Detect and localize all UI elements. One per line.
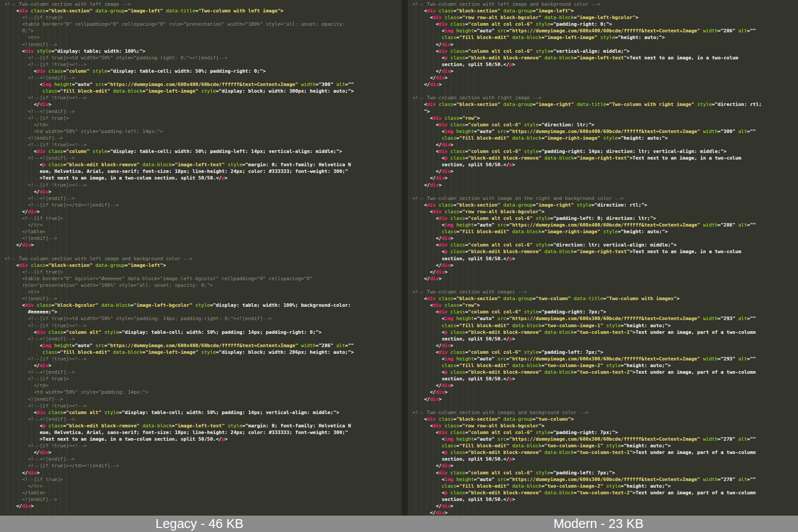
code-line: <p class="block-edit block-remove" data-…: [412, 155, 798, 161]
code-line: </div>: [412, 182, 798, 188]
code-line: <!-- Two-column section with image on th…: [412, 195, 798, 202]
code-line: <!--<![endif]-->: [4, 336, 402, 342]
code-line: <p class="block-edit block-remove" data-…: [412, 489, 798, 496]
code-line: <div class="column col col-6" style="pad…: [412, 148, 798, 155]
code-line: <div class="column alt col col-6" style=…: [412, 242, 798, 248]
code-line: <!-- Two-column section with left image …: [4, 255, 402, 262]
code-line: <div class="column" style="display: tabl…: [4, 68, 402, 74]
code-line: <!--[if true]></td><![endif]-->: [4, 202, 402, 208]
code-line: <p class="block-edit block-remove" data-…: [412, 248, 798, 255]
code-line: <p class="block-edit block-remove" data-…: [412, 329, 798, 336]
code-line: <div class="block-section" data-group="t…: [412, 295, 798, 302]
code-line: section, split 50/50.</p>: [412, 161, 798, 168]
legacy-code-pane[interactable]: <!-- Two-column section with left image …: [0, 0, 402, 516]
code-line: <!--[if true]>: [4, 115, 402, 121]
code-line: <div class="block-section" data-group="i…: [4, 262, 402, 269]
code-line: [412, 188, 798, 195]
code-line: <!--<![endif]-->: [4, 195, 402, 202]
code-line: <!--[if !true]><!-->: [4, 182, 402, 188]
code-line: <p class="block-edit block-remove" data-…: [4, 161, 402, 168]
code-line: class="fill block-edit" data-block="imag…: [4, 88, 402, 94]
code-line: </div>: [412, 81, 798, 88]
code-line: <div class="block-section" data-group="i…: [412, 202, 798, 208]
code-line: </div>: [412, 342, 798, 349]
code-line: </div>: [4, 208, 402, 215]
code-line: </div>: [412, 389, 798, 395]
code-line: <img height="auto" src="https://dummyima…: [412, 222, 798, 228]
code-line: <div class="column alt" style="display: …: [4, 329, 402, 336]
code-line: <td width="50%" style="padding: 14px;">: [4, 389, 402, 395]
code-line: </div>: [412, 462, 798, 469]
code-line: <div class="row row-alt block-bgcolor">: [412, 208, 798, 215]
code-line: <p class="block-edit block-remove" data-…: [412, 55, 798, 61]
code-line: [412, 403, 798, 409]
code-line: </div>: [412, 275, 798, 282]
code-line: <div class="block-bgcolor" data-block="i…: [4, 302, 402, 309]
code-line: class="fill block-edit" data-block="two-…: [412, 483, 798, 489]
code-line: <![endif]-->: [4, 396, 402, 403]
code-line: <!--[if true]></td><![endif]-->: [4, 462, 402, 469]
modern-size-label: Modern - 23 KB: [553, 516, 643, 532]
code-line: class="fill block-edit" data-block="imag…: [412, 135, 798, 141]
code-line: <div class="block-section" data-group="i…: [412, 8, 798, 14]
code-line: <!--<![endif]-->: [4, 108, 402, 115]
code-line: </div>: [4, 469, 402, 476]
code-line: <!--<![endif]-->: [4, 416, 402, 422]
code-line: eue, Helvetica, Arial, sans-serif; font-…: [4, 429, 402, 436]
code-line: <!-- Two-column section with images and …: [412, 409, 798, 416]
code-line: ">: [412, 108, 798, 115]
code-line: <tr>: [4, 289, 402, 295]
code-line: <!--[if !true]><!-->: [4, 442, 402, 449]
code-line: <!--[if true]>: [4, 476, 402, 483]
modern-code-pane[interactable]: <!-- Two-column section with left image …: [408, 0, 798, 516]
code-line: 0;">: [4, 27, 402, 34]
code-line: <!--[if true]><td width="50%" style="pad…: [4, 55, 402, 61]
code-line: <!--[if !true]><!-->: [4, 322, 402, 329]
code-line: </div>: [412, 68, 798, 74]
code-line: <!--[if !true]><!-->: [4, 403, 402, 409]
code-line: <!--<![endif]-->: [4, 74, 402, 81]
code-line: </div>: [4, 101, 402, 108]
size-label-bar: Legacy - 46 KB Modern - 23 KB: [0, 516, 798, 532]
code-line: class="fill block-edit" data-block="two-…: [412, 442, 798, 449]
code-line: <!--[if true]>: [4, 269, 402, 275]
code-line: <div class="column alt col col-6" style=…: [412, 21, 798, 27]
code-line: section, split 50/50.</p>: [412, 336, 798, 342]
code-line: <td width="50%" style="padding-left: 14p…: [4, 128, 402, 135]
code-line: <div class="row row-alt block-bgcolor">: [412, 422, 798, 429]
code-line: </div>: [4, 503, 402, 509]
code-line: <div class="row row-alt block-bgcolor" d…: [412, 14, 798, 21]
code-line: </div>: [412, 235, 798, 242]
code-line: [4, 248, 402, 255]
code-line: </div>: [412, 141, 798, 148]
code-line: </div>: [4, 449, 402, 456]
code-line: </td>: [4, 382, 402, 389]
code-line: <div class="column" style="display: tabl…: [4, 148, 402, 155]
code-line: <!--[if !true]><!-->: [4, 141, 402, 148]
code-line: <p class="block-edit block-remove" data-…: [4, 422, 402, 429]
code-line: <!--<![endif]-->: [4, 155, 402, 161]
code-line: <div class="column alt col col-6" style=…: [412, 215, 798, 222]
code-line: </td>: [4, 121, 402, 128]
modern-label-half: Modern - 23 KB: [399, 516, 798, 532]
code-line: <!--[if true]><td width="50%" style="pad…: [4, 315, 402, 322]
pane-divider: [402, 0, 408, 516]
code-line: <div class="column col col-6" style="pad…: [412, 309, 798, 315]
code-line: <div class="row">: [412, 115, 798, 121]
code-line: >Text next to an image, in a two-colum s…: [4, 175, 402, 181]
code-line: <div class="block-section" data-group="t…: [412, 416, 798, 422]
code-line: <table border="0" bgcolor="#eeeeee" data…: [4, 275, 402, 282]
code-line: <img height="auto" src="https://dummyima…: [412, 356, 798, 362]
legacy-size-label: Legacy - 46 KB: [156, 516, 243, 532]
code-line: class="fill block-edit" data-block="imag…: [412, 228, 798, 235]
code-line: <![endif]-->: [4, 295, 402, 302]
code-line: section, split 50/50.</p>: [412, 456, 798, 462]
code-line: <![endif]-->: [4, 41, 402, 48]
code-comparison-screen: <!-- Two-column section with left image …: [0, 0, 798, 532]
code-line: <div class="column alt col col-6" style=…: [412, 429, 798, 436]
code-line: <img height="auto" src="https://dummyima…: [412, 315, 798, 322]
code-line: <img height="auto" src="https://dummyima…: [412, 27, 798, 34]
code-line: </tr>: [4, 222, 402, 228]
code-line: class="fill block-edit" data-block="two-…: [412, 362, 798, 369]
code-line: </div>: [412, 269, 798, 275]
